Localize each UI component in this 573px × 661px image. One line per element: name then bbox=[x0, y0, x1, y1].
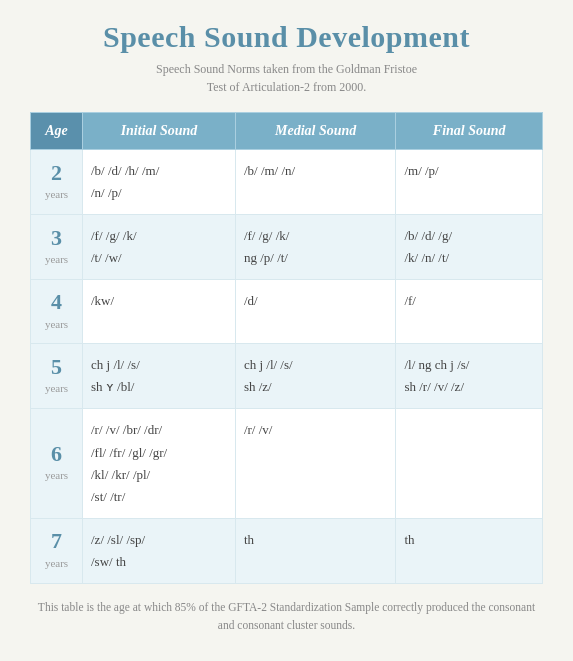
page-title: Speech Sound Development bbox=[30, 20, 543, 54]
age-label: years bbox=[39, 554, 74, 573]
medial-sound-cell: /b/ /m/ /n/ bbox=[235, 150, 396, 215]
final-sound-cell: /l/ ng ch j /s/ sh /r/ /v/ /z/ bbox=[396, 344, 543, 409]
age-cell: 7years bbox=[31, 518, 83, 583]
age-number: 7 bbox=[39, 529, 74, 553]
age-label: years bbox=[39, 250, 74, 269]
footer-note: This table is the age at which 85% of th… bbox=[30, 598, 543, 635]
age-label: years bbox=[39, 185, 74, 204]
initial-sound-cell: /f/ /g/ /k/ /t/ /w/ bbox=[83, 215, 236, 280]
medial-sound-cell: /r/ /v/ bbox=[235, 409, 396, 518]
medial-sound-cell: th bbox=[235, 518, 396, 583]
medial-sound-cell: /d/ bbox=[235, 280, 396, 344]
table-row: 4years/kw//d//f/ bbox=[31, 280, 543, 344]
table-row: 7years/z/ /sl/ /sp/ /sw/ ththth bbox=[31, 518, 543, 583]
subtitle: Speech Sound Norms taken from the Goldma… bbox=[30, 60, 543, 96]
col-header-final: Final Sound bbox=[396, 113, 543, 150]
age-cell: 6years bbox=[31, 409, 83, 518]
age-label: years bbox=[39, 466, 74, 485]
table-row: 5yearsch j /l/ /s/ sh ʏ /bl/ch j /l/ /s/… bbox=[31, 344, 543, 409]
speech-sound-table: Age Initial Sound Medial Sound Final Sou… bbox=[30, 112, 543, 584]
age-number: 5 bbox=[39, 355, 74, 379]
table-row: 2years/b/ /d/ /h/ /m/ /n/ /p//b/ /m/ /n/… bbox=[31, 150, 543, 215]
age-cell: 2years bbox=[31, 150, 83, 215]
initial-sound-cell: ch j /l/ /s/ sh ʏ /bl/ bbox=[83, 344, 236, 409]
initial-sound-cell: /kw/ bbox=[83, 280, 236, 344]
table-row: 6years/r/ /v/ /br/ /dr/ /fl/ /fr/ /gl/ /… bbox=[31, 409, 543, 518]
final-sound-cell: /m/ /p/ bbox=[396, 150, 543, 215]
medial-sound-cell: ch j /l/ /s/ sh /z/ bbox=[235, 344, 396, 409]
col-header-medial: Medial Sound bbox=[235, 113, 396, 150]
age-cell: 3years bbox=[31, 215, 83, 280]
initial-sound-cell: /r/ /v/ /br/ /dr/ /fl/ /fr/ /gl/ /gr/ /k… bbox=[83, 409, 236, 518]
final-sound-cell: th bbox=[396, 518, 543, 583]
age-cell: 4years bbox=[31, 280, 83, 344]
medial-sound-cell: /f/ /g/ /k/ ng /p/ /t/ bbox=[235, 215, 396, 280]
col-header-initial: Initial Sound bbox=[83, 113, 236, 150]
initial-sound-cell: /z/ /sl/ /sp/ /sw/ th bbox=[83, 518, 236, 583]
final-sound-cell bbox=[396, 409, 543, 518]
initial-sound-cell: /b/ /d/ /h/ /m/ /n/ /p/ bbox=[83, 150, 236, 215]
age-number: 2 bbox=[39, 161, 74, 185]
final-sound-cell: /b/ /d/ /g/ /k/ /n/ /t/ bbox=[396, 215, 543, 280]
age-label: years bbox=[39, 379, 74, 398]
age-label: years bbox=[39, 315, 74, 334]
age-number: 4 bbox=[39, 290, 74, 314]
age-number: 6 bbox=[39, 442, 74, 466]
table-row: 3years/f/ /g/ /k/ /t/ /w//f/ /g/ /k/ ng … bbox=[31, 215, 543, 280]
final-sound-cell: /f/ bbox=[396, 280, 543, 344]
age-cell: 5years bbox=[31, 344, 83, 409]
col-header-age: Age bbox=[31, 113, 83, 150]
age-number: 3 bbox=[39, 226, 74, 250]
